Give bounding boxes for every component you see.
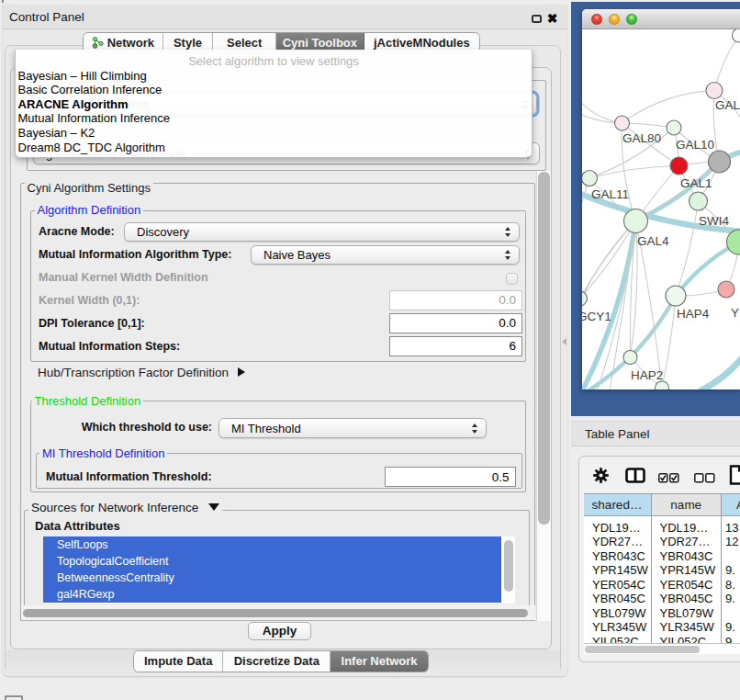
dropdown-item[interactable]: Basic Correlation Inference <box>18 83 523 97</box>
table-cell[interactable]: YDR27… <box>660 535 711 548</box>
network-node-gal4[interactable] <box>624 209 648 233</box>
network-node-gal80[interactable] <box>615 116 630 130</box>
table-cell[interactable]: YDR27… <box>592 535 643 548</box>
table-cell[interactable]: YBR045C <box>592 592 645 605</box>
close-traffic-light-icon[interactable] <box>591 14 602 25</box>
table-cell[interactable]: 9. <box>725 620 735 634</box>
which-threshold-combobox[interactable]: MI Threshold <box>219 418 487 438</box>
table-cell[interactable]: YLR345W <box>592 620 646 634</box>
mi-threshold-input[interactable]: 0.5 <box>385 467 516 487</box>
tab-style[interactable]: Style <box>163 33 214 51</box>
table-hscrollbar-track[interactable] <box>584 643 740 654</box>
network-node-gal10[interactable] <box>667 120 681 135</box>
network-node[interactable] <box>709 151 731 173</box>
network-node[interactable] <box>727 230 740 254</box>
kernel-width-input[interactable]: 0.0 <box>389 290 522 310</box>
kernel-width-label: Kernel Width (0,1): <box>39 294 140 308</box>
docked-panel-icon[interactable] <box>5 695 23 700</box>
dropdown-item[interactable]: Mutual Information Inference <box>18 111 523 126</box>
select-all-icon[interactable] <box>658 470 679 487</box>
network-edge-highlighted[interactable] <box>700 358 740 390</box>
splitter-handle-icon[interactable] <box>562 338 566 345</box>
table-cell[interactable]: 8. <box>725 578 735 592</box>
tab-infer-network[interactable]: Infer Network <box>331 651 428 672</box>
column-header-shared-name[interactable]: shared… <box>584 493 651 516</box>
network-node[interactable] <box>733 29 740 42</box>
mi-algorithm-type-combobox[interactable]: Naive Bayes <box>251 245 520 265</box>
tab-network[interactable]: Network <box>84 33 163 51</box>
tab-discretize-data[interactable]: Discretize Data <box>223 651 331 672</box>
network-node-hap2[interactable] <box>623 351 637 365</box>
sources-group-title[interactable]: Sources for Network Inference <box>28 501 222 515</box>
table-cell[interactable]: YER054C <box>592 578 645 592</box>
table-cell[interactable]: 13 <box>725 521 738 535</box>
table-cell[interactable]: YLR345W <box>660 620 714 634</box>
minimize-traffic-light-icon[interactable] <box>609 14 620 25</box>
tab-jactivemnodules[interactable]: jActiveMNodules <box>364 33 479 51</box>
zoom-traffic-light-icon[interactable] <box>626 14 637 25</box>
network-node[interactable] <box>656 381 669 390</box>
mi-steps-input[interactable]: 6 <box>389 336 522 356</box>
column-header-partial[interactable]: A <box>722 493 740 516</box>
float-window-icon[interactable] <box>532 15 542 24</box>
network-canvas[interactable]: GALGAL80GAL10GAL1GAL11SWI4GAL4GCY1HAP4YH… <box>582 29 740 390</box>
table-cell[interactable]: YPR145W <box>592 563 648 577</box>
list-item[interactable]: SelfLoops <box>43 536 501 553</box>
dropdown-item[interactable]: Bayesian – K2 <box>18 126 523 141</box>
network-edge[interactable] <box>622 91 715 124</box>
table-cell[interactable]: YPR145W <box>660 563 716 577</box>
split-view-icon[interactable] <box>625 468 645 487</box>
network-edge[interactable] <box>589 166 679 179</box>
tab-impute-data[interactable]: Impute Data <box>134 651 223 672</box>
network-node-gal11[interactable] <box>582 171 598 186</box>
column-header-name[interactable]: name <box>652 493 721 516</box>
algorithm-dropdown-popup: Select algorithm to view settings Bayesi… <box>15 50 533 158</box>
table-cell[interactable]: YBL079W <box>592 606 646 620</box>
dropdown-item[interactable]: Bayesian – Hill Climbing <box>18 69 523 84</box>
table-cell[interactable]: YBL079W <box>660 606 714 620</box>
table-cell[interactable]: YBR043C <box>592 549 645 563</box>
dpi-tolerance-input[interactable]: 0.0 <box>389 313 522 333</box>
table-cell[interactable]: YDL19… <box>592 521 641 535</box>
network-node-label: Y <box>731 306 739 320</box>
manual-kernel-width-checkbox[interactable] <box>506 273 518 285</box>
list-item[interactable]: gal4RGexp <box>43 586 501 603</box>
network-edge[interactable] <box>714 36 739 91</box>
table-cell[interactable]: 9. <box>725 592 735 605</box>
dropdown-item-selected[interactable]: ARACNE Algorithm <box>18 97 523 112</box>
aracne-mode-combobox[interactable]: Discovery <box>124 222 520 242</box>
network-node-swi4[interactable] <box>690 192 708 210</box>
network-window-titlebar[interactable] <box>582 9 740 29</box>
list-item[interactable]: TopologicalCoefficient <box>43 553 501 570</box>
close-icon[interactable]: ✖ <box>545 11 559 26</box>
table-cell[interactable]: YBR045C <box>660 592 713 605</box>
column-separator[interactable] <box>651 493 653 643</box>
network-node-hap4[interactable] <box>666 286 686 306</box>
list-scrollbar-thumb[interactable] <box>504 540 513 592</box>
table-cell[interactable]: YBR043C <box>660 549 713 563</box>
table-cell[interactable]: 12 <box>725 535 738 548</box>
network-node-gal[interactable] <box>706 83 723 99</box>
apply-button[interactable]: Apply <box>248 622 311 640</box>
settings-hscrollbar-thumb[interactable] <box>23 609 528 617</box>
tab-cyni-toolbox[interactable]: Cyni Toolbox <box>276 33 364 51</box>
list-item[interactable]: BetweennessCentrality <box>43 570 501 586</box>
network-node-gal1[interactable] <box>670 157 688 175</box>
table-cell[interactable]: 9. <box>725 563 735 577</box>
tab-select[interactable]: Select <box>213 33 276 51</box>
network-node-y[interactable] <box>718 281 734 298</box>
settings-vscrollbar-thumb[interactable] <box>538 172 550 525</box>
deselect-all-icon[interactable] <box>694 470 715 487</box>
table-cell[interactable]: YER054C <box>660 578 713 592</box>
control-panel-titlebar[interactable] <box>3 5 567 29</box>
gear-icon[interactable] <box>593 468 609 487</box>
network-node-gcy1[interactable] <box>582 291 588 306</box>
dropdown-item[interactable]: Dream8 DC_TDC Algorithm <box>18 141 523 155</box>
document-icon[interactable] <box>729 465 740 489</box>
hub-definition-disclosure[interactable]: Hub/Transcription Factor Definition <box>38 366 245 380</box>
sources-title-text: Sources for Network Inference <box>31 501 198 514</box>
table-cell[interactable]: YDL19… <box>660 521 709 535</box>
table-hscrollbar-thumb[interactable] <box>585 646 700 654</box>
network-icon <box>92 37 104 49</box>
column-separator[interactable] <box>721 493 723 643</box>
